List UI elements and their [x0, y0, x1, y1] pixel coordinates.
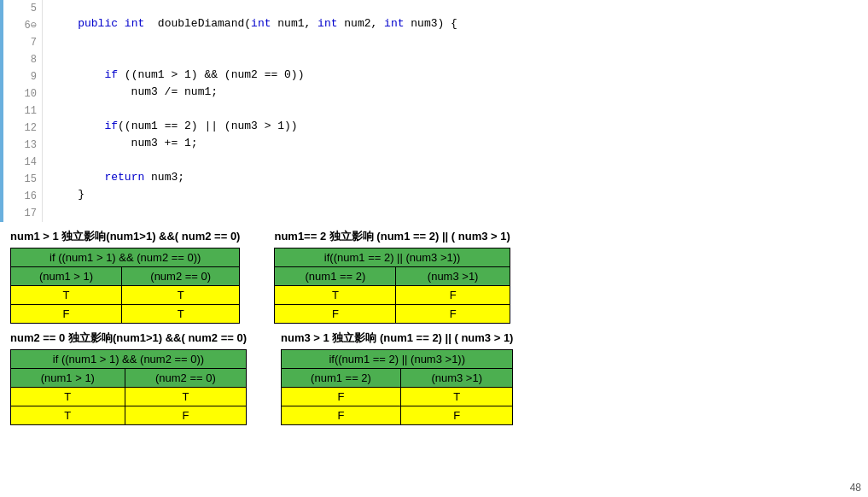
table-col2-header-bl: (num2 == 0) [125, 369, 246, 388]
line-num-8: 8 [0, 51, 37, 68]
table-cell-tl-2-2: T [121, 305, 239, 324]
table-header-row-tr: if((num1 == 2) || (num3 >1)) [275, 248, 510, 267]
keyword-int2: int [251, 17, 271, 30]
keyword-if2: if [104, 120, 118, 132]
table-row-tr-1: T F [275, 286, 510, 305]
table-row-bl-2: T F [11, 406, 247, 425]
keyword-public: public [78, 17, 118, 30]
table-cell-tr-2-1: F [275, 305, 396, 324]
table-header-tr: if((num1 == 2) || (num3 >1)) [275, 248, 510, 267]
line-num-14: 14 [0, 154, 37, 171]
code-line-9: if ((num1 > 1) && (num2 == 0)) [51, 68, 868, 85]
table-col1-header-tl: (num1 > 1) [11, 267, 122, 286]
table-subheader-row-br: (num1 == 2) (num3 >1) [282, 369, 513, 388]
code-line-7 [51, 34, 868, 51]
table-group-top-left: num1 > 1 独立影响(num1>1) &&( num2 == 0) if … [10, 229, 240, 324]
table-subheader-row-tl: (num1 > 1) (num2 == 0) [11, 267, 240, 286]
line-num-12: 12 [0, 120, 37, 137]
table-label-top-right: num1== 2 独立影响 (num1 == 2) || ( num3 > 1) [274, 229, 510, 244]
code-line-5 [51, 0, 868, 17]
line-num-6: 6⊖ [0, 17, 37, 34]
page-number: 48 [850, 482, 861, 494]
truth-table-bottom-right: if((num1 == 2) || (num3 >1)) (num1 == 2)… [281, 349, 513, 425]
table-cell-tl-1-2: T [121, 286, 239, 305]
keyword-int3: int [317, 17, 337, 30]
code-line-10: num3 /= num1; [51, 85, 868, 102]
table-group-top-right: num1== 2 独立影响 (num1 == 2) || ( num3 > 1)… [274, 229, 510, 324]
code-line-6: public int doubleDiamand(int num1, int n… [51, 17, 868, 34]
table-col2-header-tr: (num3 >1) [396, 267, 510, 286]
table-cell-bl-1-1: T [11, 388, 125, 406]
table-header-row-br: if((num1 == 2) || (num3 >1)) [282, 350, 513, 369]
line-num-10: 10 [0, 85, 37, 102]
table-group-bottom-left: num2 == 0 独立影响(num1>1) &&( num2 == 0) if… [10, 330, 247, 425]
code-area: 5 6⊖ 7 8 9 10 11 12 13 14 15 16 17 publi… [0, 0, 868, 222]
table-cell-br-2-1: F [282, 406, 401, 425]
code-line-13: num3 += 1; [51, 137, 868, 154]
code-column: public int doubleDiamand(int num1, int n… [43, 0, 868, 222]
code-line-15: return num3; [51, 171, 868, 188]
table-col1-header-tr: (num1 == 2) [275, 267, 396, 286]
table-cell-tr-1-2: F [396, 286, 510, 305]
table-group-bottom-right: num3 > 1 独立影响 (num1 == 2) || ( num3 > 1)… [281, 330, 513, 425]
table-cell-br-1-2: T [400, 388, 512, 406]
table-subheader-row-tr: (num1 == 2) (num3 >1) [275, 267, 510, 286]
table-cell-tr-1-1: T [275, 286, 396, 305]
table-cell-bl-1-2: T [125, 388, 246, 406]
keyword-return: return [104, 171, 144, 184]
table-label-top-left: num1 > 1 独立影响(num1>1) &&( num2 == 0) [10, 229, 240, 244]
line-num-7: 7 [0, 34, 37, 51]
keyword-int: int [125, 17, 144, 30]
table-col2-header-br: (num3 >1) [400, 369, 512, 388]
code-line-12: if((num1 == 2) || (num3 > 1)) [51, 120, 868, 137]
keyword-if1: if [104, 68, 118, 81]
line-num-13: 13 [0, 137, 37, 154]
table-cell-tl-1-1: T [11, 286, 122, 305]
table-row-br-1: F T [282, 388, 513, 406]
table-cell-tr-2-2: F [396, 305, 510, 324]
code-line-11 [51, 102, 868, 120]
table-cell-tl-2-1: F [11, 305, 122, 324]
code-line-8 [51, 51, 868, 68]
table-header-br: if((num1 == 2) || (num3 >1)) [282, 350, 513, 369]
table-row-tr-2: F F [275, 305, 510, 324]
table-header-bl: if ((num1 > 1) && (num2 == 0)) [11, 350, 247, 369]
line-num-9: 9 [0, 68, 37, 85]
truth-table-bottom-left: if ((num1 > 1) && (num2 == 0)) (num1 > 1… [10, 349, 247, 425]
line-num-17: 17 [0, 205, 37, 222]
table-label-bottom-right: num3 > 1 独立影响 (num1 == 2) || ( num3 > 1) [281, 330, 513, 346]
table-row-bl-1: T T [11, 388, 247, 406]
line-num-16: 16 [0, 188, 37, 205]
keyword-int4: int [384, 17, 404, 30]
line-num-15: 15 [0, 171, 37, 188]
table-header-row-tl: if ((num1 > 1) && (num2 == 0)) [11, 248, 240, 267]
table-col1-header-bl: (num1 > 1) [11, 369, 125, 388]
line-num-11: 11 [0, 102, 37, 120]
table-row-br-2: F F [282, 406, 513, 425]
table-row-tl-2: F T [11, 305, 240, 324]
truth-table-top-left: if ((num1 > 1) && (num2 == 0)) (num1 > 1… [10, 248, 240, 324]
table-cell-bl-2-2: F [125, 406, 246, 425]
truth-table-top-right: if((num1 == 2) || (num3 >1)) (num1 == 2)… [274, 248, 510, 324]
table-header-row-bl: if ((num1 > 1) && (num2 == 0)) [11, 350, 247, 369]
table-cell-br-1-1: F [282, 388, 401, 406]
line-num-5: 5 [0, 0, 37, 17]
table-col2-header-tl: (num2 == 0) [121, 267, 239, 286]
table-header-tl: if ((num1 > 1) && (num2 == 0)) [11, 248, 240, 267]
table-col1-header-br: (num1 == 2) [282, 369, 401, 388]
table-cell-bl-2-1: T [11, 406, 125, 425]
table-cell-br-2-2: F [400, 406, 512, 425]
line-numbers: 5 6⊖ 7 8 9 10 11 12 13 14 15 16 17 [0, 0, 43, 222]
table-label-bottom-left: num2 == 0 独立影响(num1>1) &&( num2 == 0) [10, 330, 247, 346]
table-row-tl-1: T T [11, 286, 240, 305]
code-line-17 [51, 205, 868, 222]
table-subheader-row-bl: (num1 > 1) (num2 == 0) [11, 369, 247, 388]
tables-section: num1 > 1 独立影响(num1>1) &&( num2 == 0) if … [0, 222, 868, 432]
tables-row-top: num1 > 1 独立影响(num1>1) &&( num2 == 0) if … [10, 229, 858, 324]
code-line-14 [51, 154, 868, 171]
tables-row-bottom: num2 == 0 独立影响(num1>1) &&( num2 == 0) if… [10, 330, 858, 425]
code-line-16: } [51, 188, 868, 205]
